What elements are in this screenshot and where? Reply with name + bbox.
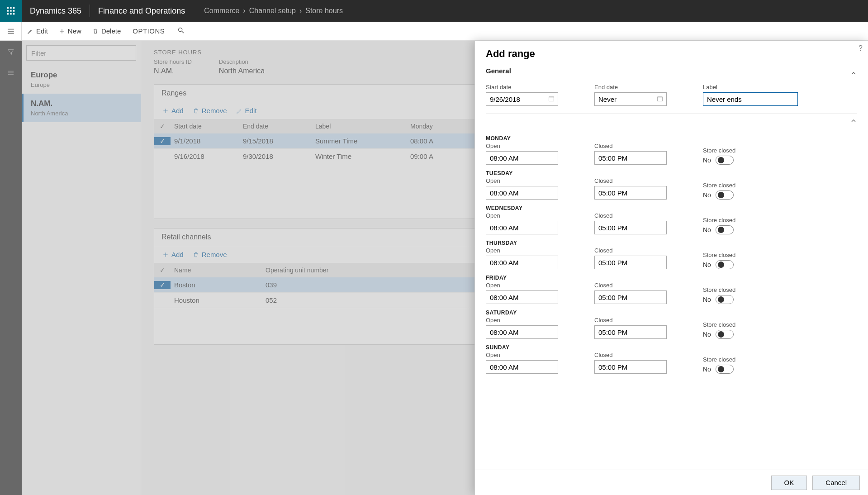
calendar-icon[interactable] [548, 95, 555, 102]
open-time-input[interactable] [486, 290, 558, 304]
row-check[interactable]: ✓ [154, 281, 171, 289]
open-time-input[interactable] [486, 221, 558, 234]
close-time-input[interactable] [594, 151, 667, 165]
store-closed-toggle[interactable] [716, 260, 734, 269]
open-time-input[interactable] [486, 186, 558, 200]
day-label: FRIDAY [486, 275, 857, 281]
add-range-slideover: ? Add range General Start date [474, 41, 868, 495]
svg-rect-8 [13, 13, 14, 14]
nav-item-sub: Europe [31, 81, 133, 88]
col-name[interactable]: Name [171, 267, 266, 274]
toggle-value: No [703, 261, 711, 268]
store-closed-label: Store closed [703, 252, 735, 258]
close-time-input[interactable] [594, 256, 667, 269]
close-time-input[interactable] [594, 325, 667, 339]
list-icon[interactable] [7, 69, 15, 77]
store-closed-label: Store closed [703, 286, 735, 293]
channels-remove-button[interactable]: Remove [189, 249, 231, 260]
col-label[interactable]: Label [315, 123, 410, 130]
close-time-input[interactable] [594, 360, 667, 374]
chevron-up-icon[interactable] [850, 117, 857, 124]
cell-start: 9/16/2018 [171, 152, 243, 160]
toggle-value: No [703, 331, 711, 338]
nav-item-sub: North America [31, 110, 133, 117]
calendar-icon[interactable] [657, 95, 663, 102]
svg-line-15 [182, 31, 184, 33]
cell-name: Boston [171, 281, 266, 289]
ranges-edit-button[interactable]: Edit [232, 105, 261, 116]
col-monday[interactable]: Monday [410, 123, 474, 130]
nav-item[interactable]: N.AM.North America [22, 94, 141, 122]
label-label: Label [703, 84, 798, 90]
help-icon[interactable]: ? [859, 44, 863, 52]
nav-item[interactable]: EuropeEurope [22, 65, 141, 94]
delete-label: Delete [101, 27, 121, 35]
open-label: Open [486, 212, 558, 219]
ranges-remove-button[interactable]: Remove [189, 105, 231, 116]
store-closed-toggle[interactable] [716, 156, 734, 165]
channels-add-button[interactable]: Add [159, 249, 187, 260]
cell-monday: 08:00 A [410, 137, 474, 145]
waffle-button[interactable] [0, 0, 22, 22]
start-date-input[interactable] [486, 92, 558, 106]
pencil-icon [236, 108, 242, 114]
crumb-2[interactable]: Store hours [305, 7, 343, 15]
open-time-input[interactable] [486, 360, 558, 374]
toggle-value: No [703, 296, 711, 303]
row-check[interactable]: ✓ [154, 137, 171, 145]
day-block: WEDNESDAY Open Closed Store closed No [486, 205, 857, 234]
funnel-icon[interactable] [7, 48, 15, 56]
filter-input[interactable] [26, 45, 136, 61]
closed-label: Closed [594, 317, 667, 324]
pencil-icon [27, 28, 33, 34]
delete-button[interactable]: Delete [87, 22, 126, 40]
col-unit[interactable]: Operating unit number [266, 267, 356, 274]
edit-button[interactable]: Edit [22, 22, 53, 40]
cell-start: 9/1/2018 [171, 137, 243, 145]
cancel-button[interactable]: Cancel [812, 476, 860, 490]
col-start[interactable]: Start date [171, 123, 243, 130]
menu-icon [7, 27, 15, 35]
options-button[interactable]: OPTIONS [126, 27, 171, 35]
app-topbar: Dynamics 365 Finance and Operations Comm… [0, 0, 868, 22]
store-closed-toggle[interactable] [716, 365, 734, 374]
closed-label: Closed [594, 282, 667, 289]
crumb-1[interactable]: Channel setup [249, 7, 296, 15]
nav-item-title: Europe [31, 71, 133, 80]
grid-icon [6, 6, 15, 15]
label-input[interactable] [703, 92, 798, 106]
brand-label: Dynamics 365 [22, 6, 90, 16]
end-date-label: End date [594, 84, 667, 90]
close-time-input[interactable] [594, 221, 667, 234]
col-end[interactable]: End date [243, 123, 315, 130]
close-time-input[interactable] [594, 186, 667, 200]
open-time-input[interactable] [486, 256, 558, 269]
plus-icon [162, 252, 169, 258]
open-label: Open [486, 352, 558, 358]
svg-rect-0 [7, 7, 9, 9]
end-date-input[interactable] [594, 92, 667, 106]
store-closed-toggle[interactable] [716, 225, 734, 234]
day-label: TUESDAY [486, 170, 857, 176]
store-closed-toggle[interactable] [716, 330, 734, 339]
search-button[interactable] [171, 27, 191, 35]
open-time-input[interactable] [486, 151, 558, 165]
ok-button[interactable]: OK [771, 476, 807, 490]
store-closed-toggle[interactable] [716, 190, 734, 200]
hamburger-button[interactable] [0, 22, 22, 41]
closed-label: Closed [594, 247, 667, 254]
new-button[interactable]: New [53, 22, 87, 40]
store-closed-label: Store closed [703, 321, 735, 328]
desc-label: Description [219, 58, 265, 65]
open-time-input[interactable] [486, 325, 558, 339]
store-closed-label: Store closed [703, 147, 735, 154]
close-time-input[interactable] [594, 290, 667, 304]
chevron-up-icon[interactable] [850, 70, 857, 77]
ranges-add-button[interactable]: Add [159, 105, 187, 116]
left-rail [0, 41, 22, 495]
crumb-0[interactable]: Commerce [204, 7, 239, 15]
day-block: SATURDAY Open Closed Store closed No [486, 309, 857, 339]
closed-label: Closed [594, 143, 667, 149]
general-label: General [486, 67, 511, 75]
store-closed-toggle[interactable] [716, 295, 734, 304]
